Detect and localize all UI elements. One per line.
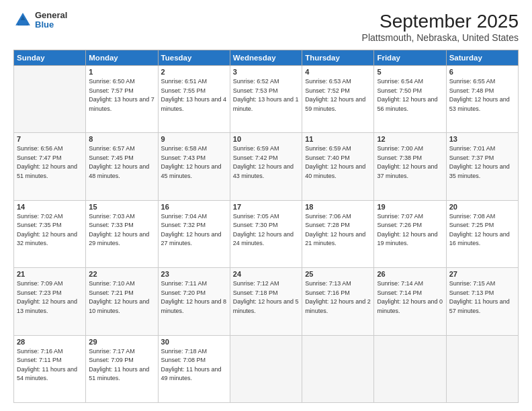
- day-detail: Sunrise: 7:11 AMSunset: 7:20 PMDaylight:…: [161, 279, 227, 316]
- calendar-week-1: 1 Sunrise: 6:50 AMSunset: 7:57 PMDayligh…: [14, 66, 519, 133]
- day-number: 21: [17, 270, 83, 278]
- table-row: 1 Sunrise: 6:50 AMSunset: 7:57 PMDayligh…: [86, 66, 158, 133]
- table-row: 17 Sunrise: 7:05 AMSunset: 7:30 PMDaylig…: [230, 200, 302, 267]
- calendar-subtitle: Plattsmouth, Nebraska, United States: [362, 32, 519, 43]
- day-detail: Sunrise: 7:04 AMSunset: 7:32 PMDaylight:…: [161, 212, 227, 248]
- day-number: 23: [161, 270, 227, 278]
- calendar-week-5: 28 Sunrise: 7:16 AMSunset: 7:11 PMDaylig…: [14, 335, 519, 402]
- day-number: 16: [161, 203, 227, 211]
- table-row: 26 Sunrise: 7:14 AMSunset: 7:14 PMDaylig…: [374, 268, 446, 335]
- table-row: 28 Sunrise: 7:16 AMSunset: 7:11 PMDaylig…: [14, 335, 86, 402]
- day-detail: Sunrise: 7:07 AMSunset: 7:26 PMDaylight:…: [377, 212, 443, 248]
- calendar-week-4: 21 Sunrise: 7:09 AMSunset: 7:23 PMDaylig…: [14, 268, 519, 335]
- day-number: 9: [161, 135, 227, 143]
- table-row: 22 Sunrise: 7:10 AMSunset: 7:21 PMDaylig…: [86, 268, 158, 335]
- day-detail: Sunrise: 6:58 AMSunset: 7:43 PMDaylight:…: [161, 144, 227, 181]
- day-detail: Sunrise: 6:53 AMSunset: 7:52 PMDaylight:…: [305, 77, 371, 113]
- day-number: 17: [233, 203, 299, 211]
- day-number: 24: [233, 270, 299, 278]
- col-monday: Monday: [86, 50, 158, 66]
- svg-rect-2: [19, 20, 27, 26]
- day-number: 7: [17, 135, 83, 143]
- table-row: 20 Sunrise: 7:08 AMSunset: 7:25 PMDaylig…: [446, 200, 518, 267]
- day-detail: Sunrise: 6:51 AMSunset: 7:55 PMDaylight:…: [161, 77, 227, 113]
- table-row: 11 Sunrise: 6:59 AMSunset: 7:40 PMDaylig…: [302, 133, 374, 200]
- table-row: 14 Sunrise: 7:02 AMSunset: 7:35 PMDaylig…: [14, 200, 86, 267]
- table-row: [302, 335, 374, 402]
- logo-text: General Blue: [35, 11, 67, 30]
- calendar-table: Sunday Monday Tuesday Wednesday Thursday…: [13, 50, 519, 403]
- day-number: 8: [89, 135, 154, 143]
- table-row: [374, 335, 446, 402]
- table-row: [230, 335, 302, 402]
- day-detail: Sunrise: 6:59 AMSunset: 7:42 PMDaylight:…: [233, 144, 299, 181]
- logo-icon: [13, 11, 32, 30]
- day-detail: Sunrise: 7:06 AMSunset: 7:28 PMDaylight:…: [305, 212, 371, 248]
- day-detail: Sunrise: 6:59 AMSunset: 7:40 PMDaylight:…: [305, 144, 371, 181]
- table-row: 16 Sunrise: 7:04 AMSunset: 7:32 PMDaylig…: [158, 200, 230, 267]
- day-detail: Sunrise: 7:05 AMSunset: 7:30 PMDaylight:…: [233, 212, 299, 248]
- day-number: 20: [449, 203, 515, 211]
- day-number: 13: [449, 135, 515, 143]
- day-number: 30: [161, 338, 227, 346]
- logo: General Blue: [13, 11, 67, 30]
- header: General Blue September 2025 Plattsmouth,…: [13, 11, 519, 43]
- day-number: 3: [233, 68, 299, 76]
- table-row: 2 Sunrise: 6:51 AMSunset: 7:55 PMDayligh…: [158, 66, 230, 133]
- day-detail: Sunrise: 6:57 AMSunset: 7:45 PMDaylight:…: [89, 144, 154, 181]
- day-number: 6: [449, 68, 515, 76]
- table-row: 10 Sunrise: 6:59 AMSunset: 7:42 PMDaylig…: [230, 133, 302, 200]
- title-block: September 2025 Plattsmouth, Nebraska, Un…: [362, 11, 519, 43]
- day-detail: Sunrise: 7:02 AMSunset: 7:35 PMDaylight:…: [17, 212, 83, 248]
- day-detail: Sunrise: 7:10 AMSunset: 7:21 PMDaylight:…: [89, 279, 154, 316]
- day-number: 5: [377, 68, 443, 76]
- day-number: 1: [89, 68, 154, 76]
- logo-general-text: General: [35, 11, 67, 20]
- table-row: 19 Sunrise: 7:07 AMSunset: 7:26 PMDaylig…: [374, 200, 446, 267]
- day-number: 27: [449, 270, 515, 278]
- day-detail: Sunrise: 7:16 AMSunset: 7:11 PMDaylight:…: [17, 347, 83, 383]
- day-detail: Sunrise: 7:01 AMSunset: 7:37 PMDaylight:…: [449, 144, 515, 181]
- table-row: 5 Sunrise: 6:54 AMSunset: 7:50 PMDayligh…: [374, 66, 446, 133]
- logo-blue-text: Blue: [35, 20, 67, 30]
- day-number: 4: [305, 68, 371, 76]
- table-row: 24 Sunrise: 7:12 AMSunset: 7:18 PMDaylig…: [230, 268, 302, 335]
- table-row: [14, 66, 86, 133]
- day-detail: Sunrise: 6:50 AMSunset: 7:57 PMDaylight:…: [89, 77, 154, 113]
- calendar-week-3: 14 Sunrise: 7:02 AMSunset: 7:35 PMDaylig…: [14, 200, 519, 267]
- calendar-week-2: 7 Sunrise: 6:56 AMSunset: 7:47 PMDayligh…: [14, 133, 519, 200]
- day-detail: Sunrise: 6:52 AMSunset: 7:53 PMDaylight:…: [233, 77, 299, 113]
- day-number: 11: [305, 135, 371, 143]
- day-number: 18: [305, 203, 371, 211]
- table-row: [446, 335, 518, 402]
- day-number: 22: [89, 270, 154, 278]
- table-row: 8 Sunrise: 6:57 AMSunset: 7:45 PMDayligh…: [86, 133, 158, 200]
- day-number: 15: [89, 203, 154, 211]
- col-sunday: Sunday: [14, 50, 86, 66]
- day-number: 19: [377, 203, 443, 211]
- col-saturday: Saturday: [446, 50, 518, 66]
- table-row: 3 Sunrise: 6:52 AMSunset: 7:53 PMDayligh…: [230, 66, 302, 133]
- calendar-header-row: Sunday Monday Tuesday Wednesday Thursday…: [14, 50, 519, 66]
- day-detail: Sunrise: 7:18 AMSunset: 7:08 PMDaylight:…: [161, 347, 227, 383]
- day-detail: Sunrise: 7:03 AMSunset: 7:33 PMDaylight:…: [89, 212, 154, 248]
- day-detail: Sunrise: 7:00 AMSunset: 7:38 PMDaylight:…: [377, 144, 443, 181]
- day-detail: Sunrise: 7:08 AMSunset: 7:25 PMDaylight:…: [449, 212, 515, 248]
- table-row: 15 Sunrise: 7:03 AMSunset: 7:33 PMDaylig…: [86, 200, 158, 267]
- calendar-title: September 2025: [362, 11, 519, 32]
- col-thursday: Thursday: [302, 50, 374, 66]
- day-detail: Sunrise: 7:13 AMSunset: 7:16 PMDaylight:…: [305, 279, 371, 316]
- table-row: 12 Sunrise: 7:00 AMSunset: 7:38 PMDaylig…: [374, 133, 446, 200]
- day-detail: Sunrise: 7:12 AMSunset: 7:18 PMDaylight:…: [233, 279, 299, 316]
- day-number: 2: [161, 68, 227, 76]
- table-row: 7 Sunrise: 6:56 AMSunset: 7:47 PMDayligh…: [14, 133, 86, 200]
- table-row: 23 Sunrise: 7:11 AMSunset: 7:20 PMDaylig…: [158, 268, 230, 335]
- day-detail: Sunrise: 6:56 AMSunset: 7:47 PMDaylight:…: [17, 144, 83, 181]
- table-row: 9 Sunrise: 6:58 AMSunset: 7:43 PMDayligh…: [158, 133, 230, 200]
- table-row: 25 Sunrise: 7:13 AMSunset: 7:16 PMDaylig…: [302, 268, 374, 335]
- day-number: 28: [17, 338, 83, 346]
- day-number: 12: [377, 135, 443, 143]
- table-row: 21 Sunrise: 7:09 AMSunset: 7:23 PMDaylig…: [14, 268, 86, 335]
- day-number: 10: [233, 135, 299, 143]
- day-detail: Sunrise: 7:15 AMSunset: 7:13 PMDaylight:…: [449, 279, 515, 316]
